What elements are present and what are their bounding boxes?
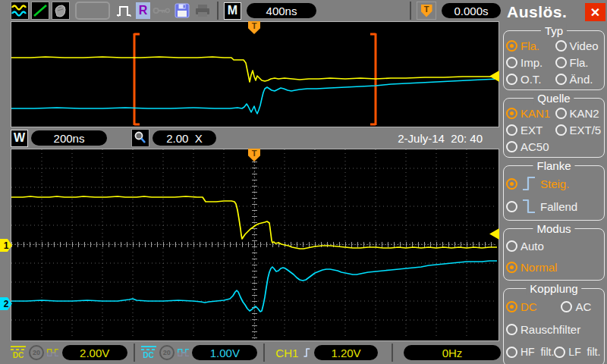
radio-icon — [506, 301, 517, 312]
option-typ-flanke[interactable]: Fla. — [506, 37, 555, 54]
section-modus-legend: Modus — [533, 222, 574, 235]
toolbar-divider — [217, 2, 219, 20]
section-flanke: Flanke Steig. Fallend — [503, 165, 605, 221]
trigger-badge-icon: T — [421, 5, 432, 17]
radio-icon — [506, 74, 517, 85]
trigger-position-button[interactable]: T — [417, 2, 436, 20]
datetime-readout: 2-July-14 20: 40 — [398, 132, 483, 145]
trigger-source-label: CH1 — [275, 347, 298, 359]
cursor-line-icon[interactable] — [31, 2, 49, 20]
option-typ-video[interactable]: Video — [555, 37, 602, 54]
option-kopplung-hf-filt[interactable]: HF filt. — [506, 344, 554, 360]
main-timebase-button[interactable]: M — [224, 2, 241, 20]
menu-title: Auslös. — [507, 3, 567, 21]
top-toolbar: R M 400ns T 0.000s — [0, 0, 501, 21]
trigger-level-readout[interactable]: 1.20V — [314, 345, 378, 360]
ch1-scale-readout[interactable]: 2.00V — [62, 345, 127, 360]
toolbar-divider2 — [410, 2, 411, 20]
radio-icon — [506, 240, 517, 252]
radio-icon — [554, 347, 565, 358]
radio-icon — [506, 178, 517, 190]
ch1-coupling-icon: DC — [11, 346, 26, 359]
radio-icon — [506, 347, 517, 358]
save-floppy-icon[interactable] — [173, 2, 191, 20]
frequency-readout: 0Hz — [404, 345, 501, 360]
empty-readout-box — [75, 2, 110, 20]
option-modus-auto[interactable]: Auto — [506, 237, 602, 254]
option-kopplung-dc[interactable]: DC — [506, 298, 561, 315]
radio-icon — [561, 301, 572, 312]
option-quelle-kan2[interactable]: KAN2 — [555, 105, 602, 121]
trigger-position-readout: 0.000s — [442, 3, 501, 18]
zoom-bar: W 200ns 2.00 X 2-July-14 20: 40 — [0, 127, 501, 149]
falling-edge-icon — [521, 197, 537, 215]
trigger-menu-sidebar: Auslös. ✕ Typ Fla. Video Imp. Fla. O.T. … — [501, 0, 607, 364]
bottombar-divider1 — [134, 344, 135, 362]
channels-icon[interactable] — [11, 2, 29, 20]
window-timebase-readout: 200ns — [31, 130, 107, 146]
radio-icon — [506, 201, 517, 212]
pulse-icon[interactable] — [115, 2, 134, 20]
main-timebase-readout: 400ns — [247, 3, 316, 18]
radio-icon — [555, 124, 567, 136]
zoom-factor-readout: 2.00 X — [153, 130, 216, 146]
option-typ-aend[interactable]: Änd. — [555, 71, 602, 87]
section-typ: Typ Fla. Video Imp. Fla. O.T. Änd. — [503, 30, 605, 90]
radio-icon — [555, 40, 567, 52]
option-typ-flanke2[interactable]: Fla. — [555, 54, 602, 71]
radio-icon — [506, 40, 517, 52]
bottom-status-bar: DC 20 2.00V DC 20 1.00V CH1 1.20V 0Hz — [0, 341, 501, 364]
radio-icon — [506, 108, 517, 119]
option-typ-impuls[interactable]: Imp. — [506, 54, 555, 71]
ch1-invert-icon — [47, 347, 59, 359]
option-typ-ot[interactable]: O.T. — [506, 71, 555, 87]
ch2-scale-readout[interactable]: 1.00V — [192, 345, 257, 360]
radio-icon — [506, 324, 517, 335]
section-modus: Modus Auto Normal — [503, 228, 605, 281]
bottombar-divider3 — [392, 344, 393, 362]
section-kopplung-legend: Kopplung — [526, 282, 581, 295]
option-quelle-ac50[interactable]: AC50 — [506, 138, 602, 155]
close-icon[interactable]: ✕ — [585, 3, 605, 21]
option-quelle-ext5[interactable]: EXT/5 — [555, 121, 602, 138]
option-modus-normal[interactable]: Normal — [506, 259, 602, 275]
radio-icon — [555, 108, 567, 119]
section-flanke-legend: Flanke — [533, 159, 574, 172]
option-kopplung-rauschfilter[interactable]: Rauschfilter — [506, 321, 602, 337]
ch2-coupling-icon: DC — [141, 346, 156, 359]
trigger-slope-icon — [303, 345, 311, 360]
radio-icon — [506, 141, 517, 152]
section-quelle-legend: Quelle — [533, 92, 574, 105]
option-quelle-kan1[interactable]: KAN1 — [506, 105, 555, 121]
menu-header: Auslös. ✕ — [501, 0, 607, 23]
ch2-bandwidth-icon: 20 — [159, 345, 175, 360]
bottombar-divider2 — [263, 344, 265, 362]
ch2-invert-icon — [178, 347, 190, 359]
magnifier-icon[interactable] — [131, 129, 149, 147]
rising-edge-icon — [521, 174, 537, 193]
print-icon[interactable] — [193, 2, 212, 20]
overview-waveform-panel — [11, 21, 499, 127]
run-record-button[interactable]: R — [136, 2, 150, 19]
key-lock-icon[interactable] — [153, 2, 171, 20]
window-timebase-button[interactable]: W — [11, 130, 28, 147]
radio-icon — [506, 124, 517, 136]
option-kopplung-lf-filt[interactable]: LF filt. — [554, 344, 602, 360]
hand-icon[interactable] — [52, 2, 70, 20]
option-quelle-ext[interactable]: EXT — [506, 121, 555, 138]
section-kopplung: Kopplung DC AC Rauschfilter HF filt. LF … — [503, 288, 605, 364]
radio-icon — [506, 57, 517, 68]
main-waveform-svg — [11, 149, 498, 340]
ch1-bandwidth-icon: 20 — [29, 345, 44, 360]
main-waveform-panel — [11, 149, 499, 341]
section-quelle: Quelle KAN1 KAN2 EXT EXT/5 AC50 — [503, 98, 605, 158]
radio-icon — [555, 74, 567, 85]
overview-waveform-svg — [11, 22, 498, 127]
option-kopplung-ac[interactable]: AC — [561, 298, 602, 315]
radio-icon — [506, 262, 517, 273]
overview-ch1-trace — [11, 57, 498, 82]
option-flanke-fallend[interactable]: Fallend — [506, 197, 602, 215]
option-flanke-steigend[interactable]: Steig. — [506, 174, 602, 193]
radio-icon — [555, 57, 567, 68]
section-typ-legend: Typ — [541, 24, 567, 37]
